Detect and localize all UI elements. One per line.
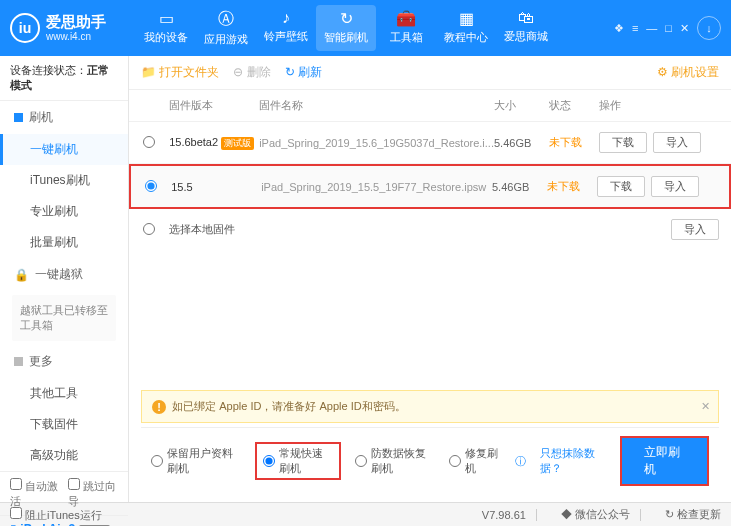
sidebar-item-batch[interactable]: 批量刷机 xyxy=(0,227,128,258)
info-icon[interactable]: ⓘ xyxy=(515,454,526,469)
skip-guide-check[interactable]: 跳过向导 xyxy=(68,478,118,509)
sidebar-item-itunes[interactable]: iTunes刷机 xyxy=(0,165,128,196)
sidebar-group-flash[interactable]: 刷机 xyxy=(0,101,128,134)
main-panel: 📁 打开文件夹 ⊖ 删除 ↻ 刷新 ⚙ 刷机设置 固件版本 固件名称 大小 状态… xyxy=(129,56,731,502)
toolbox-icon: 🧰 xyxy=(396,9,416,28)
sidebar-item-advanced[interactable]: 高级功能 xyxy=(0,440,128,471)
phone-icon: ▭ xyxy=(159,9,174,28)
maximize-icon[interactable]: □ xyxy=(665,22,672,34)
store-icon: 🛍 xyxy=(518,9,534,27)
table-header: 固件版本 固件名称 大小 状态 操作 xyxy=(129,90,731,122)
opt-repair[interactable]: 修复刷机 xyxy=(449,446,501,476)
open-folder-button[interactable]: 📁 打开文件夹 xyxy=(141,64,219,81)
nav-toolbox[interactable]: 🧰工具箱 xyxy=(376,5,436,51)
sidebar-item-other[interactable]: 其他工具 xyxy=(0,378,128,409)
block-itunes-check[interactable]: 阻止iTunes运行 xyxy=(10,507,102,523)
flash-icon: ↻ xyxy=(340,9,353,28)
sidebar-item-download[interactable]: 下载固件 xyxy=(0,409,128,440)
close-icon[interactable]: ✕ xyxy=(680,22,689,35)
jailbreak-note: 越狱工具已转移至工具箱 xyxy=(12,295,116,341)
refresh-button[interactable]: ↻ 刷新 xyxy=(285,64,322,81)
app-logo: iu 爱思助手 www.i4.cn xyxy=(10,13,106,43)
opt-keep-data[interactable]: 保留用户资料刷机 xyxy=(151,446,240,476)
square-icon xyxy=(14,113,23,122)
import-button[interactable]: 导入 xyxy=(653,132,701,153)
sidebar-group-jailbreak[interactable]: 🔒一键越狱 xyxy=(0,258,128,291)
import-button[interactable]: 导入 xyxy=(671,219,719,240)
nav-flash[interactable]: ↻智能刷机 xyxy=(316,5,376,51)
firmware-row[interactable]: 15.5 iPad_Spring_2019_15.5_19F77_Restore… xyxy=(129,164,731,209)
opt-anti-recovery[interactable]: 防数据恢复刷机 xyxy=(355,446,435,476)
wechat-link[interactable]: ◆ 微信公众号 xyxy=(561,507,630,522)
firmware-radio[interactable] xyxy=(143,136,155,148)
nav-store[interactable]: 🛍爱思商城 xyxy=(496,5,556,51)
apple-id-warning: ! 如已绑定 Apple ID，请准备好 Apple ID和密码。 ✕ xyxy=(141,390,719,423)
th-ops: 操作 xyxy=(599,98,719,113)
download-button[interactable]: 下载 xyxy=(597,176,645,197)
erase-data-link[interactable]: 只想抹除数据？ xyxy=(540,446,606,476)
music-icon: ♪ xyxy=(282,9,290,27)
warning-icon: ! xyxy=(152,400,166,414)
device-icon: ▯ xyxy=(10,522,17,526)
logo-icon: iu xyxy=(10,13,40,43)
list-icon[interactable]: ≡ xyxy=(632,22,638,34)
nav-my-device[interactable]: ▭我的设备 xyxy=(136,5,196,51)
opt-normal-fast[interactable]: 常规快速刷机 xyxy=(255,442,341,480)
app-site: www.i4.cn xyxy=(46,31,106,43)
import-button[interactable]: 导入 xyxy=(651,176,699,197)
flash-settings-button[interactable]: ⚙ 刷机设置 xyxy=(657,64,719,81)
nav-tutorial[interactable]: ▦教程中心 xyxy=(436,5,496,51)
sidebar-item-pro[interactable]: 专业刷机 xyxy=(0,196,128,227)
local-firmware-row[interactable]: 选择本地固件 导入 xyxy=(129,209,731,250)
window-controls: ❖ ≡ — □ ✕ ↓ xyxy=(614,16,721,40)
menu-icon[interactable]: ❖ xyxy=(614,22,624,35)
th-status: 状态 xyxy=(549,98,599,113)
firmware-radio[interactable] xyxy=(143,223,155,235)
version-label: V7.98.61 xyxy=(482,509,526,521)
main-nav: ▭我的设备 Ⓐ应用游戏 ♪铃声壁纸 ↻智能刷机 🧰工具箱 ▦教程中心 🛍爱思商城 xyxy=(136,5,556,51)
th-name: 固件名称 xyxy=(259,98,494,113)
download-button[interactable]: 下载 xyxy=(599,132,647,153)
app-name: 爱思助手 xyxy=(46,13,106,31)
book-icon: ▦ xyxy=(459,9,474,28)
sidebar-group-more[interactable]: 更多 xyxy=(0,345,128,378)
connection-status: 设备连接状态：正常模式 xyxy=(0,56,128,101)
delete-button[interactable]: ⊖ 删除 xyxy=(233,64,270,81)
titlebar: iu 爱思助手 www.i4.cn ▭我的设备 Ⓐ应用游戏 ♪铃声壁纸 ↻智能刷… xyxy=(0,0,731,56)
flash-now-button[interactable]: 立即刷机 xyxy=(620,436,709,486)
minimize-icon[interactable]: — xyxy=(646,22,657,34)
nav-apps[interactable]: Ⓐ应用游戏 xyxy=(196,5,256,51)
auto-activate-check[interactable]: 自动激活 xyxy=(10,478,60,509)
firmware-radio[interactable] xyxy=(145,180,157,192)
square-icon xyxy=(14,357,23,366)
th-version: 固件版本 xyxy=(169,98,259,113)
sidebar-item-oneclick[interactable]: 一键刷机 xyxy=(0,134,128,165)
nav-ringtones[interactable]: ♪铃声壁纸 xyxy=(256,5,316,51)
th-size: 大小 xyxy=(494,98,549,113)
download-circle-icon[interactable]: ↓ xyxy=(697,16,721,40)
toolbar: 📁 打开文件夹 ⊖ 删除 ↻ 刷新 ⚙ 刷机设置 xyxy=(129,56,731,90)
sidebar: 设备连接状态：正常模式 刷机 一键刷机 iTunes刷机 专业刷机 批量刷机 🔒… xyxy=(0,56,129,502)
check-update-link[interactable]: ↻ 检查更新 xyxy=(665,507,721,522)
apps-icon: Ⓐ xyxy=(218,9,234,30)
flash-options-bar: 保留用户资料刷机 常规快速刷机 防数据恢复刷机 修复刷机 ⓘ 只想抹除数据？ 立… xyxy=(141,427,719,494)
firmware-row[interactable]: 15.6beta2测试版 iPad_Spring_2019_15.6_19G50… xyxy=(129,122,731,164)
close-warning-icon[interactable]: ✕ xyxy=(701,400,710,413)
lock-icon: 🔒 xyxy=(14,268,29,282)
